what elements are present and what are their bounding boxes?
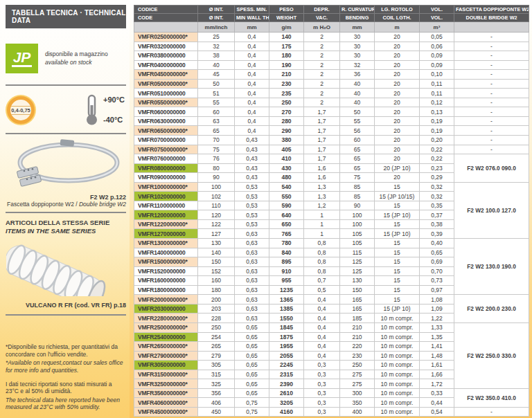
value-cell: 0,4 xyxy=(304,332,340,342)
clamp-cell: - xyxy=(454,79,529,89)
value-cell: 540 xyxy=(269,182,304,192)
value-cell: 10 m compr. xyxy=(375,379,420,389)
value-cell: 640 xyxy=(269,210,304,220)
code-cell: VMFR0250000000* xyxy=(134,33,198,42)
clamp-cell: - xyxy=(454,42,529,51)
value-cell: 20 xyxy=(375,98,420,107)
jp-logo-text: JP xyxy=(12,50,33,67)
value-cell: 0,53 xyxy=(235,219,269,229)
divider xyxy=(6,314,126,316)
divider xyxy=(6,133,126,134)
value-cell: 3205 xyxy=(269,398,304,408)
pressure-badge: 0,4-0,75 xyxy=(7,96,35,124)
value-cell: 65 xyxy=(340,145,375,154)
value-cell: 955 xyxy=(269,276,304,286)
column-header: VAC. xyxy=(304,14,340,22)
table-row: VMFR2000000000*2000,6313650,4165151,08F2… xyxy=(134,295,529,305)
value-cell: 0,54 xyxy=(420,407,454,417)
value-cell: 270 xyxy=(269,107,304,117)
code-cell: VMFR0400000000 xyxy=(134,60,198,70)
value-cell: 0,65 xyxy=(235,351,269,361)
column-header: WEIGHT xyxy=(269,14,304,22)
value-cell: 1,3 xyxy=(304,182,340,192)
clamp-cell: - xyxy=(454,89,529,98)
value-cell: 765 xyxy=(269,229,304,239)
value-cell: 1875 xyxy=(269,332,304,342)
value-cell: 20 (JP 10) xyxy=(375,163,420,173)
clamp-cell: - xyxy=(454,60,529,70)
clamp-cell: - xyxy=(454,51,529,61)
value-cell: 0,43 xyxy=(235,163,269,173)
value-cell: 105 xyxy=(340,239,375,248)
value-cell: 0,11 xyxy=(420,89,454,98)
value-cell: 0,43 xyxy=(235,173,269,183)
value-cell: 0,63 xyxy=(235,229,269,239)
value-cell: 0,4 xyxy=(304,314,340,323)
value-cell: 305 xyxy=(198,361,235,370)
clamp-cell: - xyxy=(454,33,529,42)
value-cell: 0,4 xyxy=(235,107,269,117)
value-cell: 0,8 xyxy=(304,248,340,257)
value-cell: 0,20 xyxy=(420,136,454,145)
value-cell: 0,3 xyxy=(304,398,340,408)
code-cell: VMFR0600000000 xyxy=(134,107,198,117)
value-cell: 0,65 xyxy=(235,322,269,332)
value-cell: 15 (JP 10) xyxy=(375,229,420,239)
code-cell: VMFR3560000000* xyxy=(134,388,198,398)
value-cell: 840 xyxy=(269,248,304,257)
code-cell: VMFR3150000000* xyxy=(134,370,198,379)
value-cell: 127 xyxy=(198,229,235,239)
value-cell: 70 xyxy=(198,136,235,145)
value-cell: 20 xyxy=(375,107,420,117)
value-cell: 1,7 xyxy=(304,154,340,164)
column-header: CODE xyxy=(134,14,198,22)
code-cell: VMFR1520000000 xyxy=(134,266,198,276)
table-row: VMFR0450000000*450,4210236200,10- xyxy=(134,70,529,80)
value-cell: 280 xyxy=(269,116,304,126)
clamp-cell: - xyxy=(454,98,529,107)
value-cell: 10 m compr. xyxy=(375,314,420,323)
clamp-group-cell: F2 W2 250.0 330.0 xyxy=(454,322,529,388)
clamp-group-cell: F2 W2 076.0 090.0 xyxy=(454,154,529,183)
value-cell: 1,09 xyxy=(420,304,454,314)
temp-min: -40°C xyxy=(103,116,125,124)
value-cell: 25 xyxy=(198,33,235,42)
value-cell: 160 xyxy=(198,276,235,286)
table-row: VMFR0320000000320,4175230200,06- xyxy=(134,42,529,51)
value-cell: 0,63 xyxy=(235,266,269,276)
value-cell: 0,4 xyxy=(235,70,269,80)
value-cell: 55 xyxy=(198,98,235,107)
value-cell: 20 xyxy=(375,70,420,80)
value-cell: 140 xyxy=(269,33,304,42)
clamp-cell: - xyxy=(454,126,529,136)
code-cell: VMFR0760000000 xyxy=(134,154,198,164)
clamp-cell: - xyxy=(454,70,529,80)
value-cell: 102 xyxy=(198,192,235,201)
value-cell: 2 xyxy=(304,42,340,51)
value-cell: 0,29 xyxy=(420,173,454,183)
value-cell: 2390 xyxy=(269,379,304,389)
value-cell: 30 xyxy=(340,33,375,42)
value-cell: 0,43 xyxy=(235,136,269,145)
value-cell: 0,53 xyxy=(235,182,269,192)
value-cell: 165 xyxy=(340,295,375,305)
value-cell: 60 xyxy=(340,136,375,145)
jp-logo: JP xyxy=(6,44,38,73)
value-cell: 0,40 xyxy=(420,239,454,248)
value-cell: 400 xyxy=(340,407,375,417)
value-cell: 15 xyxy=(375,201,420,210)
code-cell: VMFR2030000000 xyxy=(134,304,198,314)
value-cell: 100 xyxy=(340,219,375,229)
value-cell: 315 xyxy=(198,370,235,379)
column-header: BENDING xyxy=(340,14,375,22)
value-cell: 350 xyxy=(340,398,375,408)
value-cell: 36 xyxy=(340,70,375,80)
value-cell: 265 xyxy=(198,342,235,352)
value-cell: 0,73 xyxy=(420,276,454,286)
value-cell: 0,8 xyxy=(304,239,340,248)
value-cell: 40 xyxy=(340,89,375,98)
value-cell: 20 xyxy=(375,89,420,98)
table-row: VMFR0700000000700,433801,760200,20- xyxy=(134,136,529,145)
code-cell: VMFR1800000000 xyxy=(134,285,198,295)
column-header: COIL LGTH. xyxy=(375,14,420,22)
